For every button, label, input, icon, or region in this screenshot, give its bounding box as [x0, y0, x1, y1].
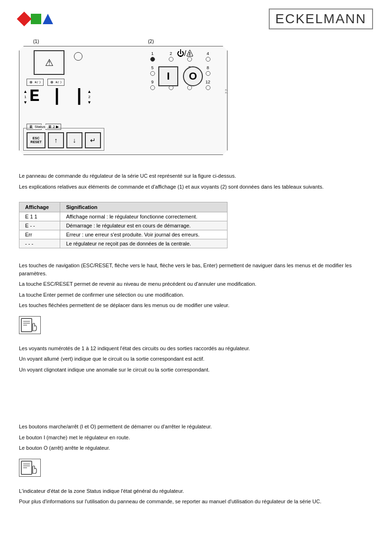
- ind-num-9: 9: [151, 80, 154, 84]
- right-edge-label: 2.2: [225, 89, 228, 94]
- indicator-1: 1: [144, 51, 161, 62]
- arrow-label-2: 2: [88, 95, 90, 99]
- ind-circle-2: [169, 57, 173, 62]
- para-2: Les explications relatives aux éléments …: [19, 183, 373, 191]
- lower-para2-3: L'indicateur d'état de la zone Status in…: [19, 487, 373, 495]
- page-header: ECKELMANN: [0, 0, 392, 34]
- segment-display: E | |: [29, 88, 85, 105]
- table-header-affichage: Affichage: [19, 202, 60, 212]
- ind-circle-9: [150, 85, 155, 90]
- lower-para-0: Les touches de navigation (ESC/RESET, fl…: [19, 262, 373, 277]
- logo-red-diamond: [17, 11, 31, 26]
- table-cell-display-0: E 1 1: [19, 212, 60, 221]
- logo-green-square: [31, 14, 41, 24]
- label-2: (2): [148, 39, 154, 44]
- lower-para-4: Les voyants numérotés de 1 à 12 indiquen…: [19, 345, 373, 353]
- lower-para2-1: Le bouton I (marche) met le régulateur e…: [19, 434, 373, 442]
- table-cell-meaning-1: Démarrage : le régulateur est en cours d…: [60, 221, 228, 230]
- logo-shapes: [19, 14, 53, 24]
- lower-para2-0: Les boutons marche/arrêt (I et O) permet…: [19, 423, 373, 431]
- power-on-button[interactable]: I: [158, 66, 178, 86]
- arrow-down-2: ▼: [87, 100, 91, 105]
- small-buttons-row: ⊕ ☀/☽ ⊕ ☀/☽: [27, 79, 64, 86]
- table-cell-meaning-3: Le régulateur ne reçoit pas de données d…: [60, 239, 228, 248]
- table-row: E 1 1 Affichage normal : le régulateur f…: [19, 212, 228, 221]
- arrow-label-1: 1: [24, 95, 26, 99]
- lower-body-text-2: Les voyants numérotés de 1 à 12 indiquen…: [19, 345, 373, 374]
- nav-down-button[interactable]: ↓: [66, 132, 82, 148]
- lower-para2-4: Pour plus d'informations sur l'utilisati…: [19, 498, 373, 506]
- brand-logo: ECKELMANN: [269, 9, 373, 29]
- ind-num-5: 5: [151, 65, 154, 70]
- status-nav-area: Status ESC RESET ↑ ↓ ↵: [23, 128, 104, 151]
- lower-para2-2: Le bouton O (arrêt) arrête le régulateur…: [19, 444, 373, 452]
- table-cell-display-2: Err: [19, 230, 60, 239]
- arrow-down-1: ▼: [23, 100, 27, 105]
- lower-body-text-4: L'indicateur d'état de la zone Status in…: [19, 487, 373, 506]
- lower-para-5: Un voyant allumé (vert) indique que le c…: [19, 355, 373, 363]
- lower-para-2: La touche Enter permet de confirmer une …: [19, 291, 373, 299]
- lower-body-text: Les touches de navigation (ESC/RESET, fl…: [19, 262, 373, 309]
- arrow-up-2: ▲: [87, 89, 91, 94]
- controller-box: ⚠ ⏻/⚠ ⊕ ☀/☽ ⊕ ☀/☽ ▲ 1: [19, 46, 228, 155]
- ind-circle-3: [187, 57, 192, 62]
- warning-triangle: ⚠: [34, 50, 64, 75]
- reset-label: RESET: [30, 140, 41, 144]
- esc-reset-button[interactable]: ESC RESET: [27, 132, 46, 148]
- logo-blue-triangle: [43, 14, 53, 24]
- controller-section: (1) (2) ⚠ ⏻/⚠ ⊕ ☀/☽ ⊕ ☀/☽: [19, 39, 373, 155]
- ind-num-3: 3: [188, 51, 191, 56]
- ind-circle-4: [206, 57, 210, 62]
- btn-grp-2[interactable]: ⊕ ☀/☽: [47, 79, 64, 86]
- lower-para-3: Les touches fléchées permettent de se dé…: [19, 301, 373, 309]
- ind-circle-1: [150, 57, 155, 62]
- indicator-4: 4: [200, 51, 216, 62]
- display-table: Affichage Signification E 1 1 Affichage …: [19, 202, 228, 248]
- hand-doc-svg-2: [20, 460, 39, 475]
- plus-icon-2: ⊕: [50, 80, 54, 84]
- plus-icon: ⊕: [29, 80, 33, 84]
- label-1: (1): [33, 39, 39, 44]
- ind-circle-5: [150, 71, 155, 76]
- ind-num-4: 4: [207, 51, 209, 56]
- main-content: (1) (2) ⚠ ⏻/⚠ ⊕ ☀/☽ ⊕ ☀/☽: [0, 34, 392, 519]
- esc-label: ESC: [33, 136, 39, 140]
- table-cell-display-1: E - -: [19, 221, 60, 230]
- table-cell-meaning-2: Erreur : une erreur s'est produite. Voir…: [60, 230, 228, 239]
- table-cell-display-3: - - -: [19, 239, 60, 248]
- arrow-up-1: ▲: [23, 89, 27, 94]
- hand-doc-svg-1: [20, 318, 39, 333]
- nav-enter-button[interactable]: ↵: [85, 132, 101, 148]
- ind-num-1: 1: [151, 51, 154, 56]
- numbered-indicators: 1 2 3 4: [144, 51, 222, 90]
- arrow-col-2: ▲ 2 ▼: [87, 89, 91, 105]
- ind-num-2: 2: [170, 51, 172, 56]
- sun-moon-icon-1: ☀/☽: [34, 81, 41, 84]
- nav-up-button[interactable]: ↑: [48, 132, 64, 148]
- indicator-2: 2: [163, 51, 179, 62]
- btn-grp-1[interactable]: ⊕ ☀/☽: [27, 79, 44, 86]
- lower-para-6: Un voyant clignotant indique une anomali…: [19, 366, 373, 374]
- para-1: Le panneau de commande du régulateur de …: [19, 172, 373, 180]
- diagram-labels: (1) (2): [33, 39, 373, 44]
- table-row: Err Erreur : une erreur s'est produite. …: [19, 230, 228, 239]
- table-cell-meaning-0: Affichage normal : le régulateur fonctio…: [60, 212, 228, 221]
- lower-para-1: La touche ESC/RESET permet de revenir au…: [19, 280, 373, 288]
- warning-icon: ⚠: [45, 57, 54, 68]
- power-buttons: I O: [158, 66, 222, 86]
- circle-status-indicator: [74, 52, 82, 61]
- table-header-signification: Signification: [60, 202, 228, 212]
- display-area: ▲ 1 ▼ E | | ▲ 2 ▼: [23, 88, 91, 105]
- lower-body-text-3: Les boutons marche/arrêt (I et O) permet…: [19, 423, 373, 452]
- hand-doc-icon-2: [19, 459, 41, 477]
- table-row: - - - Le régulateur ne reçoit pas de don…: [19, 239, 228, 248]
- table-row: E - - Démarrage : le régulateur est en c…: [19, 221, 228, 230]
- indicator-3: 3: [181, 51, 198, 62]
- status-label: Status: [33, 125, 47, 129]
- sun-moon-icon-2: ☀/☽: [55, 81, 62, 84]
- hand-doc-icon-1: [19, 316, 41, 334]
- status-bracket: Status ESC RESET ↑ ↓ ↵: [23, 128, 104, 151]
- body-text-1: Le panneau de commande du régulateur de …: [19, 172, 373, 191]
- power-off-button[interactable]: O: [183, 66, 203, 86]
- arrow-col-1: ▲ 1 ▼: [23, 89, 27, 105]
